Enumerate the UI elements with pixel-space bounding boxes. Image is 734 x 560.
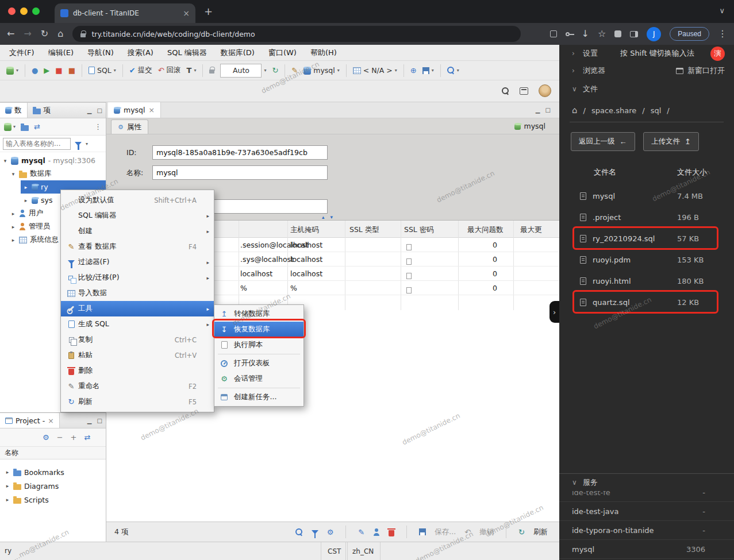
menu-search[interactable]: 搜索(A) bbox=[121, 48, 160, 58]
new-connection-icon[interactable] bbox=[6, 68, 14, 75]
execute-icon[interactable]: ▶ bbox=[44, 67, 49, 74]
download-icon[interactable]: ↓ bbox=[582, 29, 589, 38]
filter-dropdown-icon[interactable]: ▾ bbox=[86, 141, 88, 146]
expander-icon[interactable]: ▸ bbox=[23, 198, 29, 203]
close-tab-icon[interactable]: × bbox=[149, 106, 155, 114]
tab-search-icon[interactable]: ∨ bbox=[719, 6, 725, 15]
expander-icon[interactable]: ▾ bbox=[2, 158, 8, 164]
chevron-right-icon[interactable]: › bbox=[572, 49, 578, 57]
forward-icon[interactable]: → bbox=[24, 29, 31, 38]
menu-navigate[interactable]: 导航(N) bbox=[80, 48, 121, 58]
minimize-panel-icon[interactable]: ▁ bbox=[87, 107, 92, 114]
new-folder-icon[interactable] bbox=[21, 125, 29, 131]
grid-save-icon[interactable] bbox=[419, 528, 426, 535]
side-panel-icon[interactable] bbox=[630, 31, 638, 37]
expander-icon[interactable]: ▾ bbox=[10, 171, 16, 177]
new-connection-icon[interactable] bbox=[4, 124, 11, 131]
table-filter-input[interactable] bbox=[3, 138, 71, 150]
commit-icon[interactable]: ✔ bbox=[129, 67, 136, 74]
sync-icon[interactable]: ↻ bbox=[272, 67, 278, 74]
grid-delete-icon[interactable] bbox=[389, 530, 394, 536]
grid-search-icon[interactable] bbox=[295, 528, 303, 536]
undo-icon[interactable]: ↶ bbox=[464, 528, 471, 536]
tree-item-bookmarks[interactable]: ▸ Bookmarks bbox=[0, 465, 106, 479]
save-button[interactable]: 保存... bbox=[435, 527, 456, 537]
grid-settings-icon[interactable]: ⚙ bbox=[327, 528, 334, 536]
screenshot-icon[interactable] bbox=[550, 30, 557, 37]
collapse-up-icon[interactable]: ▴ bbox=[322, 214, 325, 220]
link-editor-icon[interactable]: ⇄ bbox=[34, 123, 40, 130]
col-max-questions[interactable]: 最大问题数 bbox=[467, 225, 504, 235]
menu-item-set-default[interactable]: 设为默认值Shift+Ctrl+A bbox=[61, 192, 214, 208]
transaction-dropdown-icon[interactable]: ▾ bbox=[194, 68, 196, 73]
maximize-window-button[interactable] bbox=[32, 7, 40, 15]
locale-status[interactable]: zh_CN bbox=[345, 542, 381, 560]
settings-gear-icon[interactable]: ⚙ bbox=[43, 433, 49, 442]
menu-item-delete[interactable]: 删除 bbox=[61, 363, 214, 379]
project-name-column[interactable]: 名称 bbox=[0, 447, 106, 459]
service-row-ide-typora[interactable]: ide-typora-on-titanide - bbox=[559, 521, 734, 540]
grid-edit-icon[interactable]: ✎ bbox=[358, 528, 364, 536]
auto-dropdown-icon[interactable]: ▾ bbox=[264, 68, 266, 73]
tab-project[interactable]: Project -× bbox=[0, 413, 60, 428]
ime-badge[interactable]: 演 bbox=[710, 47, 725, 61]
minimize-window-button[interactable] bbox=[20, 7, 28, 15]
globe-icon[interactable]: ⊕ bbox=[410, 67, 417, 74]
menu-item-tools[interactable]: 工具▸ bbox=[61, 301, 214, 316]
col-ssl-password[interactable]: SSL 密码 bbox=[404, 225, 434, 235]
maximize-panel-icon[interactable]: □ bbox=[97, 107, 102, 114]
close-panel-icon[interactable]: × bbox=[48, 416, 53, 425]
sql-editor-button[interactable]: SQL bbox=[97, 66, 112, 75]
menu-edit[interactable]: 编辑(E) bbox=[41, 48, 80, 58]
address-bar[interactable]: try.titanide.cn/ide/web/coding/db-client… bbox=[72, 26, 521, 42]
service-row-mysql[interactable]: mysql 3306 bbox=[559, 540, 734, 559]
breadcrumb-space-share[interactable]: space.share bbox=[591, 106, 636, 115]
password-key-icon[interactable] bbox=[566, 32, 570, 36]
expand-all-icon[interactable]: + bbox=[71, 433, 77, 442]
browser-section-label[interactable]: 浏览器 bbox=[583, 65, 605, 76]
menu-item-create[interactable]: 创建▸ bbox=[61, 223, 214, 239]
panel-collapse-handle[interactable]: › bbox=[549, 301, 559, 323]
tab-projects[interactable]: 项 bbox=[28, 103, 56, 118]
close-window-button[interactable] bbox=[8, 7, 16, 15]
files-section-label[interactable]: 文件 bbox=[583, 84, 598, 94]
quick-search-icon[interactable] bbox=[502, 87, 509, 95]
maximize-editor-icon[interactable]: □ bbox=[545, 107, 551, 113]
grid-filter-icon[interactable] bbox=[312, 530, 318, 534]
chevron-down-icon[interactable]: ∨ bbox=[572, 478, 578, 486]
connection-dot-icon[interactable]: ● bbox=[32, 67, 38, 74]
refresh-icon[interactable]: ↻ bbox=[518, 528, 525, 536]
open-new-window-button[interactable]: 新窗口打开 bbox=[687, 65, 725, 76]
menu-item-refresh[interactable]: ↻刷新F5 bbox=[61, 394, 214, 410]
tab-databases[interactable]: 数 bbox=[0, 103, 28, 118]
back-icon[interactable]: ← bbox=[7, 29, 14, 38]
editor-tab-mysql[interactable]: mysql × bbox=[108, 102, 161, 118]
stop-icon[interactable]: ■ bbox=[55, 67, 62, 74]
menu-item-view-database[interactable]: ✎查看 数据库F4 bbox=[61, 239, 214, 254]
timezone-status[interactable]: CST bbox=[321, 542, 348, 560]
commit-button[interactable]: 提交 bbox=[138, 65, 152, 75]
tab-properties[interactable]: ⚙ 属性 bbox=[111, 119, 148, 134]
new-connection-dropdown[interactable]: ▾ bbox=[16, 68, 18, 73]
menu-item-rename[interactable]: ✎重命名F2 bbox=[61, 379, 214, 394]
undo-button[interactable]: 撤销 bbox=[479, 527, 494, 537]
rollback-icon[interactable]: ↶ bbox=[158, 67, 164, 74]
menu-item-compare-migrate[interactable]: 比较/迁移(P)▸ bbox=[61, 270, 214, 285]
menu-item-import-data[interactable]: 导入数据 bbox=[61, 285, 214, 301]
sql-dropdown-icon[interactable]: ▾ bbox=[114, 68, 116, 73]
tree-item-scripts[interactable]: ▸ Scripts bbox=[0, 493, 106, 507]
chevron-right-icon[interactable]: › bbox=[572, 67, 578, 75]
service-row-ide-test-java[interactable]: ide-test-java - bbox=[559, 502, 734, 521]
active-connection-select[interactable]: mysql bbox=[313, 66, 335, 75]
expander-icon[interactable]: ▸ bbox=[10, 237, 16, 243]
bookmark-star-icon[interactable]: ☆ bbox=[598, 29, 606, 38]
edit-pencil-icon[interactable]: ✎ bbox=[291, 67, 298, 74]
file-row-mysql[interactable]: mysql 7.4 MB bbox=[559, 186, 734, 207]
search-icon[interactable] bbox=[447, 67, 455, 74]
save-dropdown-icon[interactable]: ▾ bbox=[432, 68, 434, 73]
home-icon[interactable]: ⌂ bbox=[57, 29, 63, 38]
filename-column[interactable]: 文件名 bbox=[594, 167, 616, 177]
breadcrumb-sql[interactable]: sql bbox=[651, 106, 662, 115]
settings-section-label[interactable]: 设置 bbox=[583, 48, 598, 59]
navigator-menu-icon[interactable]: ⋮ bbox=[94, 123, 102, 130]
